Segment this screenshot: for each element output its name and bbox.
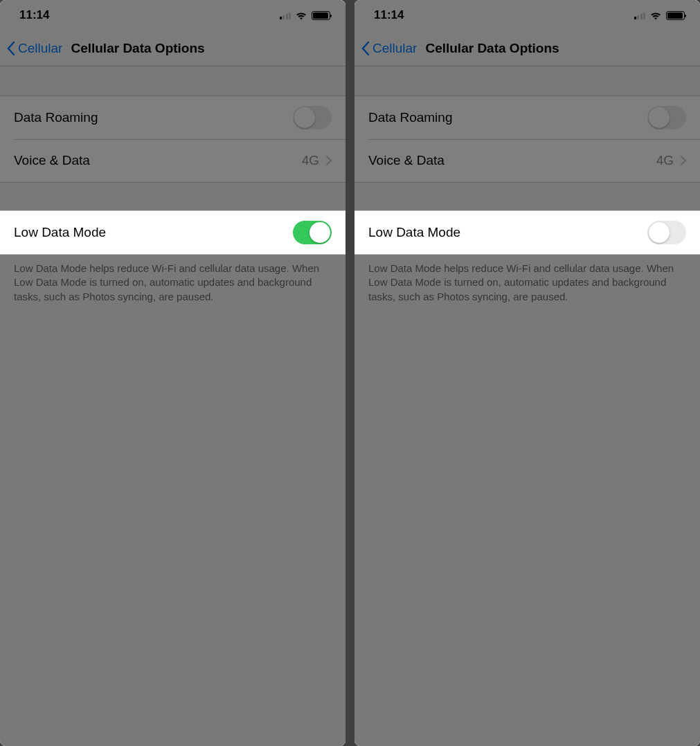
row-low-data-mode[interactable]: Low Data Mode: [355, 211, 700, 254]
row-voice-data[interactable]: Voice & Data 4G: [0, 139, 345, 182]
battery-icon: [666, 11, 685, 20]
page-title: Cellular Data Options: [425, 41, 559, 56]
back-button[interactable]: Cellular: [361, 41, 417, 56]
status-icons: [634, 11, 685, 20]
page-title: Cellular Data Options: [71, 41, 204, 56]
row-label: Low Data Mode: [368, 225, 460, 240]
row-detail: 4G: [302, 153, 319, 168]
cellular-signal-icon: [280, 11, 291, 19]
row-voice-data[interactable]: Voice & Data 4G: [355, 139, 700, 182]
low-data-mode-toggle[interactable]: [293, 221, 332, 244]
back-button[interactable]: Cellular: [7, 41, 62, 56]
row-label: Data Roaming: [368, 110, 452, 125]
battery-icon: [312, 11, 330, 20]
footer-text: Low Data Mode helps reduce Wi-Fi and cel…: [0, 255, 345, 311]
status-time: 11:14: [374, 8, 404, 22]
back-label: Cellular: [373, 41, 417, 56]
footer-text: Low Data Mode helps reduce Wi-Fi and cel…: [355, 255, 700, 311]
low-data-mode-toggle[interactable]: [647, 221, 686, 244]
chevron-right-icon: [326, 156, 332, 165]
chevron-right-icon: [681, 156, 686, 165]
row-label: Low Data Mode: [14, 225, 106, 240]
status-time: 11:14: [19, 8, 49, 22]
settings-group-1: Data Roaming Voice & Data 4G: [355, 95, 700, 183]
nav-bar: Cellular Cellular Data Options: [0, 30, 345, 66]
row-detail: 4G: [656, 153, 674, 168]
row-accessory: 4G: [656, 153, 686, 168]
content: Data Roaming Voice & Data 4G Low Data Mo…: [0, 95, 345, 746]
back-chevron-icon: [7, 42, 15, 55]
screenshot-left: 11:14 Cellular Cellular Data Options Dat…: [0, 0, 345, 746]
content: Data Roaming Voice & Data 4G Low Data Mo…: [355, 95, 700, 746]
settings-group-1: Data Roaming Voice & Data 4G: [0, 95, 345, 183]
nav-bar: Cellular Cellular Data Options: [355, 30, 700, 66]
row-label: Voice & Data: [368, 153, 445, 168]
status-bar: 11:14: [355, 0, 700, 30]
back-label: Cellular: [18, 41, 62, 56]
back-chevron-icon: [361, 42, 370, 55]
screenshot-right: 11:14 Cellular Cellular Data Options Dat…: [355, 0, 700, 746]
data-roaming-toggle[interactable]: [293, 106, 332, 129]
row-label: Voice & Data: [14, 153, 90, 168]
data-roaming-toggle[interactable]: [647, 106, 686, 129]
row-label: Data Roaming: [14, 110, 98, 125]
wifi-icon: [295, 11, 307, 20]
settings-group-low-data: Low Data Mode: [355, 210, 700, 255]
row-data-roaming[interactable]: Data Roaming: [0, 96, 345, 139]
status-bar: 11:14: [0, 0, 345, 30]
row-data-roaming[interactable]: Data Roaming: [355, 96, 700, 139]
cellular-signal-icon: [634, 11, 646, 19]
settings-group-low-data: Low Data Mode: [0, 210, 345, 255]
row-accessory: 4G: [302, 153, 332, 168]
row-low-data-mode[interactable]: Low Data Mode: [0, 211, 345, 254]
wifi-icon: [649, 11, 662, 20]
status-icons: [280, 11, 331, 20]
